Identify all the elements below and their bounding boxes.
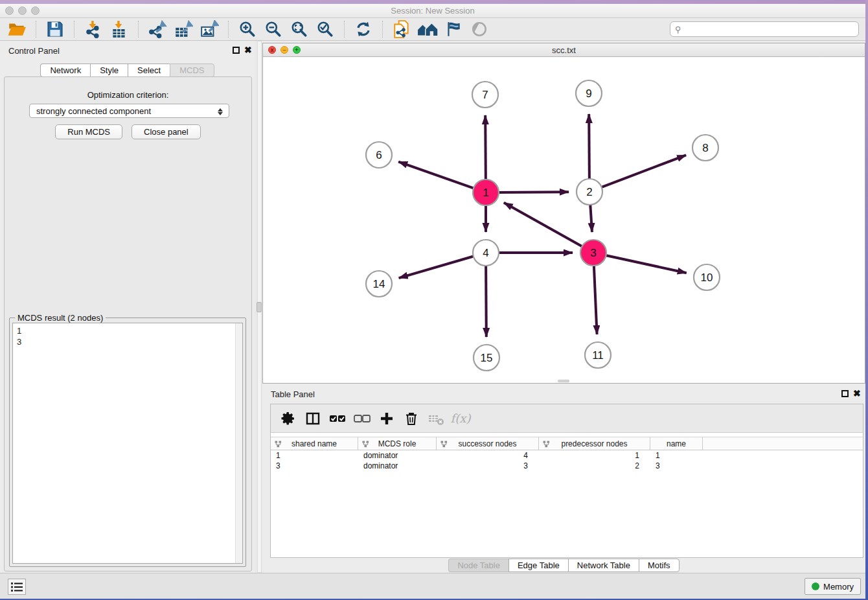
graph-node-15[interactable]: 15 (474, 345, 499, 371)
zoom-in-button[interactable] (234, 19, 260, 39)
tab-network[interactable]: Network (40, 63, 90, 77)
cell-successor-nodes[interactable]: 4 (437, 450, 539, 461)
graph-node-3[interactable]: 3 (580, 240, 606, 266)
cell-MCDS-role[interactable]: dominator (358, 461, 437, 471)
tab-edge-table[interactable]: Edge Table (508, 559, 568, 572)
cell-shared-name[interactable]: 3 (271, 461, 358, 471)
cell-successor-nodes[interactable]: 3 (437, 461, 539, 471)
memory-label: Memory (823, 582, 854, 592)
graph-edge-3-1[interactable] (504, 203, 583, 248)
clone-network-button[interactable] (389, 19, 415, 39)
memory-status-icon (812, 583, 819, 590)
export-image-button[interactable] (196, 19, 222, 39)
network-window-grip[interactable] (558, 380, 569, 382)
svg-text:9: 9 (586, 87, 591, 100)
task-list-button[interactable] (8, 579, 26, 595)
graph-node-9[interactable]: 9 (576, 80, 602, 106)
graph-node-2[interactable]: 2 (577, 179, 602, 205)
graph-node-10[interactable]: 10 (694, 264, 720, 290)
split-columns-button[interactable] (301, 407, 325, 430)
close-panel-icon[interactable]: ✖ (244, 45, 252, 55)
tab-motifs[interactable]: Motifs (639, 559, 680, 572)
cell-predecessor-nodes[interactable]: 1 (539, 450, 650, 461)
graph-edge-1-2[interactable] (497, 192, 569, 192)
svg-text:15: 15 (481, 352, 493, 364)
node-table: shared nameMCDS rolesuccessor nodesprede… (271, 437, 863, 471)
run-mcds-button[interactable]: Run MCDS (55, 124, 122, 139)
add-row-button[interactable] (374, 407, 399, 430)
memory-button[interactable]: Memory (805, 578, 861, 595)
graph-node-6[interactable]: 6 (366, 142, 392, 168)
import-network-button[interactable] (80, 19, 106, 39)
tab-mcds[interactable]: MCDS (170, 63, 214, 77)
eye-button (466, 19, 492, 39)
graph-edge-1-6[interactable] (398, 162, 475, 189)
zoom-selected-button[interactable] (312, 19, 338, 39)
cell-shared-name[interactable]: 1 (271, 450, 358, 461)
graph-node-14[interactable]: 14 (366, 271, 392, 297)
tab-select[interactable]: Select (128, 63, 170, 77)
column-header-predecessor-nodes[interactable]: predecessor nodes (539, 437, 650, 450)
refresh-button[interactable] (350, 19, 376, 39)
graph-edge-2-3[interactable] (590, 203, 592, 232)
svg-text:8: 8 (702, 142, 708, 154)
svg-text:10: 10 (701, 271, 713, 284)
mcds-result-scrollbar[interactable] (235, 323, 242, 563)
graph-node-8[interactable]: 8 (692, 135, 718, 161)
desktop-wallpaper-top (0, 0, 868, 4)
graph-edge-1-7[interactable] (485, 115, 486, 181)
graph-edge-4-14[interactable] (399, 256, 475, 278)
graph-node-7[interactable]: 7 (472, 82, 498, 108)
table-row[interactable]: 1dominator411 (271, 450, 863, 461)
graph-node-11[interactable]: 11 (585, 342, 611, 368)
desktop-wallpaper-right (865, 0, 868, 600)
graph-edge-3-10[interactable] (605, 255, 687, 273)
criterion-select[interactable]: strongly connected component (29, 104, 229, 118)
cell-name[interactable]: 3 (650, 461, 703, 471)
tab-style[interactable]: Style (90, 63, 128, 77)
open-session-button[interactable] (4, 19, 30, 39)
graph-edge-2-8[interactable] (600, 155, 686, 187)
toolbar-group (76, 19, 136, 39)
zoom-out-button[interactable] (260, 19, 286, 39)
column-header-name[interactable]: name (650, 437, 703, 450)
save-session-button[interactable] (42, 19, 68, 39)
graph-edge-2-9[interactable] (589, 114, 589, 180)
flag-button[interactable] (440, 19, 466, 39)
tab-network-table[interactable]: Network Table (568, 559, 639, 572)
import-table-button[interactable] (106, 19, 132, 39)
graph-node-1[interactable]: 1 (473, 179, 499, 205)
splitter-handle[interactable] (257, 302, 262, 312)
zoom-fit-button[interactable] (286, 19, 312, 39)
table-row[interactable]: 3dominator323 (271, 461, 863, 471)
deselect-all-button[interactable] (350, 407, 374, 430)
export-table-button[interactable] (170, 19, 196, 39)
cell-name[interactable]: 1 (650, 450, 703, 461)
trash-button[interactable] (399, 407, 424, 430)
graph-node-4[interactable]: 4 (473, 240, 499, 266)
network-canvas[interactable]: 1234678910111415 (263, 57, 865, 383)
gear-button[interactable] (276, 407, 301, 430)
cell-predecessor-nodes[interactable]: 2 (539, 461, 650, 471)
mcds-result-list: 13 (13, 323, 242, 347)
graph-edge-3-11[interactable] (594, 264, 597, 334)
table-float-panel-icon[interactable] (841, 390, 849, 397)
select-all-button[interactable] (325, 407, 350, 430)
column-header-MCDS-role[interactable]: MCDS role (358, 437, 437, 450)
search-input[interactable] (670, 21, 859, 37)
task-list-icon (11, 583, 23, 592)
graph-edge-4-15[interactable] (486, 264, 486, 337)
column-header-successor-nodes[interactable]: successor nodes (437, 437, 539, 450)
float-panel-icon[interactable] (233, 47, 240, 54)
table-close-panel-icon[interactable]: ✖ (853, 388, 861, 398)
select-stepper-icon (217, 106, 223, 117)
export-image-icon (200, 20, 219, 38)
cell-MCDS-role[interactable]: dominator (358, 450, 437, 461)
column-header-shared-name[interactable]: shared name (271, 437, 358, 450)
home-button[interactable] (415, 19, 440, 39)
export-network-button[interactable] (144, 19, 170, 39)
close-panel-button[interactable]: Close panel (131, 124, 201, 139)
mcds-result-item: 3 (17, 336, 242, 347)
tab-node-table[interactable]: Node Table (448, 559, 508, 572)
column-label: predecessor nodes (561, 439, 627, 448)
